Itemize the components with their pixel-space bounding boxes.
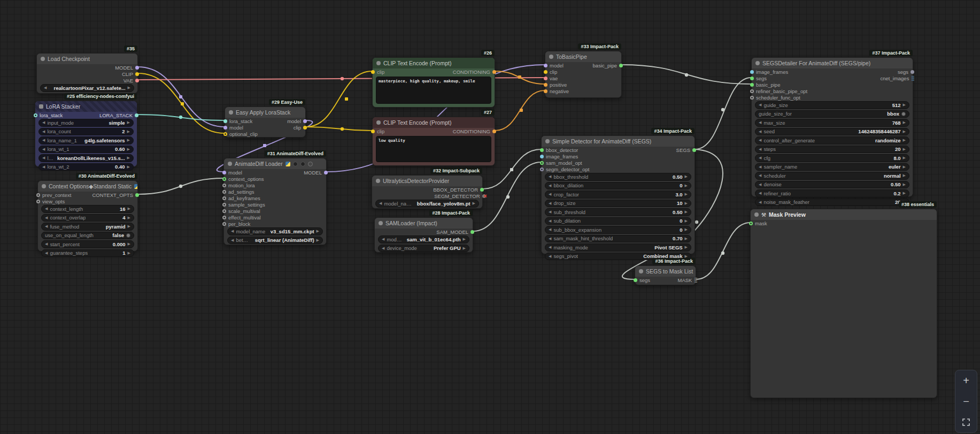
- decrement-arrow-icon[interactable]: ◀: [759, 130, 761, 134]
- input-slot-dot[interactable]: [222, 184, 226, 187]
- input-slot-dot[interactable]: [222, 222, 226, 226]
- decrement-arrow-icon[interactable]: ◀: [759, 173, 761, 178]
- grid-output-icon[interactable]: ⣿: [694, 278, 698, 282]
- node-title-bar[interactable]: SEGS to Mask List: [635, 266, 696, 277]
- node-segs-to-mask-list[interactable]: #36 Impact-PackSEGS to Mask ListsegsMASK…: [635, 265, 696, 285]
- decrement-arrow-icon[interactable]: ◀: [549, 245, 551, 249]
- increment-arrow-icon[interactable]: ▶: [685, 184, 688, 188]
- widget-model_name[interactable]: ◀model_namev3_sd15_mm.ckpt▶: [227, 227, 323, 235]
- collapse-toggle-icon[interactable]: [754, 212, 759, 217]
- widget-fuse_method[interactable]: ◀fuse_methodpyramid▶: [41, 223, 134, 231]
- toggle-knob-icon[interactable]: [126, 233, 130, 238]
- widget-bbox_dilation[interactable]: ◀bbox_dilation0▶: [545, 182, 691, 190]
- input-slot-dot[interactable]: [634, 278, 637, 282]
- widget-model_name[interactable]: ◀model_namebbox/face_yolov8m.pt▶: [375, 200, 479, 208]
- node-context-options[interactable]: #30 AnimateDiff-EvolvedContext Options◆S…: [37, 180, 138, 252]
- widget-cfg[interactable]: ◀cfg8.0▶: [755, 154, 909, 162]
- decrement-arrow-icon[interactable]: ◀: [549, 227, 551, 232]
- increment-arrow-icon[interactable]: ▶: [903, 191, 906, 195]
- node-animatediff-loader[interactable]: #31 AnimateDiff-EvolvedAnimateDiff Loade…: [223, 158, 327, 245]
- output-slot-dot[interactable]: [135, 193, 139, 197]
- decrement-arrow-icon[interactable]: ◀: [549, 254, 551, 258]
- decrement-arrow-icon[interactable]: ◀: [382, 246, 384, 250]
- increment-arrow-icon[interactable]: ▶: [903, 147, 906, 151]
- input-slot-dot[interactable]: [540, 161, 544, 165]
- input-slot-dot[interactable]: [223, 119, 227, 123]
- widget-sub_threshold[interactable]: ◀sub_threshold0.50▶: [545, 208, 691, 216]
- input-slot-dot[interactable]: [222, 171, 226, 174]
- node-simple-detector-segs[interactable]: #34 Impact-PackSimple Detector for Anima…: [541, 135, 695, 254]
- increment-arrow-icon[interactable]: ▶: [903, 138, 906, 142]
- output-slot-dot[interactable]: [135, 66, 139, 70]
- collapse-toggle-icon[interactable]: [755, 61, 760, 65]
- input-slot-dot[interactable]: [222, 177, 226, 181]
- node-title-bar[interactable]: Easy Apply LoraStack: [225, 107, 305, 118]
- decrement-arrow-icon[interactable]: ◀: [42, 130, 45, 134]
- increment-arrow-icon[interactable]: ▶: [685, 174, 688, 179]
- collapse-toggle-icon[interactable]: [42, 184, 46, 188]
- widget-crop_factor[interactable]: ◀crop_factor3.0▶: [545, 191, 691, 199]
- increment-arrow-icon[interactable]: ▶: [685, 227, 688, 232]
- widget-input_mode[interactable]: ◀input_modesimple▶: [38, 119, 134, 127]
- increment-arrow-icon[interactable]: ▶: [128, 86, 130, 90]
- collapse-toggle-icon[interactable]: [545, 139, 550, 143]
- collapse-toggle-icon[interactable]: [379, 221, 383, 225]
- decrement-arrow-icon[interactable]: ◀: [382, 237, 384, 241]
- increment-arrow-icon[interactable]: ▶: [127, 120, 130, 125]
- input-slot-dot[interactable]: [544, 77, 547, 80]
- widget-sub_bbox_expansion[interactable]: ◀sub_bbox_expansion0▶: [545, 226, 691, 234]
- increment-arrow-icon[interactable]: ▶: [128, 251, 130, 255]
- widget-start_percent[interactable]: ◀start_percent0.000▶: [41, 240, 134, 248]
- widget-lora_name_1[interactable]: ◀lora_name_1g4lg.safetensors▶: [38, 136, 134, 144]
- increment-arrow-icon[interactable]: ▶: [128, 216, 130, 220]
- node-title-bar[interactable]: AnimateDiff Loader: [224, 158, 326, 169]
- decrement-arrow-icon[interactable]: ◀: [759, 165, 761, 169]
- node-title-bar[interactable]: CLIP Text Encode (Prompt): [373, 58, 495, 68]
- widget-sampler_name[interactable]: ◀sampler_nameeuler▶: [755, 163, 909, 171]
- decrement-arrow-icon[interactable]: ◀: [45, 242, 48, 246]
- widget-control_after_generate[interactable]: ◀control_after_generaterandomize▶: [755, 136, 909, 144]
- widget-masking_mode[interactable]: ◀masking_modePivot SEGS▶: [545, 243, 691, 252]
- graph-canvas[interactable]: #35Load CheckpointMODELCLIPVAE◀ckpt_name…: [0, 0, 980, 434]
- output-slot-dot[interactable]: [910, 70, 914, 74]
- input-slot-dot[interactable]: [750, 77, 754, 80]
- widget-scheduler[interactable]: ◀schedulernormal▶: [755, 172, 909, 180]
- widget-refiner_ratio[interactable]: ◀refiner_ratio0.2▶: [755, 189, 909, 197]
- node-easy-apply-lorastack[interactable]: #29 Easy-UseEasy Apply LoraStacklora_sta…: [225, 106, 306, 138]
- node-title-bar[interactable]: SAMLoader (Impact): [375, 218, 473, 229]
- collapse-toggle-icon[interactable]: [41, 57, 45, 61]
- widget-context_length[interactable]: ◀context_length16▶: [41, 205, 134, 213]
- input-slot-dot[interactable]: [750, 70, 754, 74]
- output-slot-dot[interactable]: [135, 72, 139, 76]
- widget-context_overlap[interactable]: ◀context_overlap4▶: [41, 214, 134, 222]
- input-slot-dot[interactable]: [222, 190, 226, 194]
- input-slot-dot[interactable]: [544, 70, 547, 74]
- increment-arrow-icon[interactable]: ▶: [127, 130, 130, 134]
- decrement-arrow-icon[interactable]: ◀: [759, 147, 761, 151]
- increment-arrow-icon[interactable]: ▶: [317, 229, 319, 233]
- prompt-textarea[interactable]: masterpiece, high quality, makeup, smile: [376, 77, 491, 104]
- widget-lora_wt_2[interactable]: ◀lora_wt_20.40▶: [38, 163, 134, 171]
- input-slot-dot[interactable]: [222, 203, 226, 207]
- output-slot-dot[interactable]: [480, 188, 484, 192]
- widget-use_on_equal_length[interactable]: use_on_equal_lengthfalse: [41, 232, 134, 240]
- decrement-arrow-icon[interactable]: ◀: [549, 174, 551, 179]
- collapse-toggle-icon[interactable]: [639, 269, 643, 273]
- increment-arrow-icon[interactable]: ▶: [903, 103, 906, 107]
- output-slot-dot[interactable]: [324, 171, 328, 174]
- node-title-bar[interactable]: LoRA Stacker: [35, 101, 137, 112]
- input-slot-dot[interactable]: [223, 132, 227, 136]
- increment-arrow-icon[interactable]: ▶: [463, 237, 466, 241]
- decrement-arrow-icon[interactable]: ◀: [549, 219, 551, 223]
- increment-arrow-icon[interactable]: ▶: [128, 207, 130, 211]
- widget-lora_wt_1[interactable]: ◀lora_wt_10.60▶: [38, 146, 134, 154]
- decrement-arrow-icon[interactable]: ◀: [231, 229, 234, 233]
- input-slot-dot[interactable]: [544, 83, 547, 87]
- collapse-toggle-icon[interactable]: [376, 61, 381, 65]
- increment-arrow-icon[interactable]: ▶: [473, 201, 475, 205]
- zoom-out-button[interactable]: −: [963, 396, 969, 407]
- increment-arrow-icon[interactable]: ▶: [903, 182, 906, 187]
- input-slot-dot[interactable]: [750, 89, 754, 93]
- decrement-arrow-icon[interactable]: ◀: [45, 251, 48, 255]
- increment-arrow-icon[interactable]: ▶: [127, 165, 130, 169]
